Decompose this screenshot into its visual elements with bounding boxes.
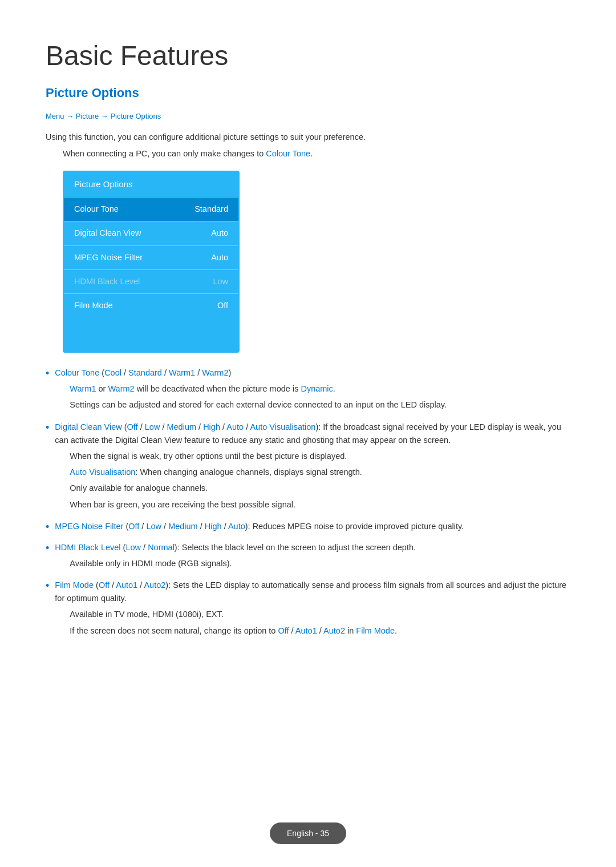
mpeg-link[interactable]: MPEG Noise Filter [55, 522, 123, 531]
picture-options-header: Picture Options [64, 172, 238, 197]
section-title: Picture Options [46, 83, 570, 103]
options-table-row[interactable]: Colour ToneStandard [64, 197, 238, 221]
hdmi-link[interactable]: HDMI Black Level [55, 543, 120, 552]
bullet-content-digital-clean-view: Digital Clean View (Off / Low / Medium /… [55, 421, 570, 514]
film-auto2-sub-link[interactable]: Auto2 [323, 626, 345, 635]
bullet-dot-3: • [46, 519, 49, 535]
bullet-content-colour-tone: Colour Tone (Cool / Standard / Warm1 / W… [55, 366, 570, 415]
bullet-dot-2: • [46, 420, 49, 436]
mpeg-off-link[interactable]: Off [128, 522, 139, 531]
warm2-sub-link[interactable]: Warm2 [108, 384, 134, 393]
hdmi-sub: Available only in HDMI mode (RGB signals… [70, 557, 570, 570]
dcv-off-link[interactable]: Off [127, 422, 138, 432]
film-mode-sub-link[interactable]: Film Mode [356, 626, 395, 635]
bullet-dot-4: • [46, 540, 49, 557]
standard-link[interactable]: Standard [128, 368, 162, 377]
dcv-medium-link[interactable]: Medium [167, 422, 196, 432]
film-off-sub-link[interactable]: Off [278, 626, 289, 635]
option-name: Film Mode [64, 293, 172, 317]
digital-clean-view-link[interactable]: Digital Clean View [55, 422, 121, 432]
dcv-auto-vis-link[interactable]: Auto Visualisation [250, 422, 315, 432]
film-off-link[interactable]: Off [99, 580, 110, 590]
bullet-section: • Colour Tone (Cool / Standard / Warm1 /… [46, 366, 570, 640]
bullet-content-hdmi: HDMI Black Level (Low / Normal): Selects… [55, 541, 570, 573]
picture-options-box: Picture Options Colour ToneStandardDigit… [63, 171, 240, 353]
bullet-item-digital-clean-view: • Digital Clean View (Off / Low / Medium… [46, 421, 570, 514]
bullet-dot-5: • [46, 578, 49, 594]
option-value: Standard [172, 197, 238, 221]
indent-note: When connecting a PC, you can only make … [63, 147, 570, 160]
option-value: Auto [172, 221, 238, 245]
film-auto2-link[interactable]: Auto2 [144, 580, 165, 590]
option-value: Off [172, 293, 238, 317]
film-auto1-sub-link[interactable]: Auto1 [295, 626, 317, 635]
cool-link[interactable]: Cool [104, 368, 121, 377]
auto-vis-sub-link[interactable]: Auto Visualisation [70, 467, 135, 477]
colour-tone-link[interactable]: Colour Tone [266, 149, 310, 158]
film-mode-sub: Available in TV mode, HDMI (1080i), EXT.… [70, 608, 570, 637]
breadcrumb: Menu → Picture → Picture Options [46, 111, 570, 123]
options-table: Colour ToneStandardDigital Clean ViewAut… [64, 197, 238, 317]
warm2-link[interactable]: Warm2 [202, 368, 228, 377]
hdmi-normal-link[interactable]: Normal [148, 543, 175, 552]
option-name: Digital Clean View [64, 221, 172, 245]
film-auto1-link[interactable]: Auto1 [116, 580, 137, 590]
colour-tone-sub: Warm1 or Warm2 will be deactivated when … [70, 382, 570, 412]
bullet-item-colour-tone: • Colour Tone (Cool / Standard / Warm1 /… [46, 366, 570, 415]
options-table-row[interactable]: Film ModeOff [64, 293, 238, 317]
mpeg-auto-link[interactable]: Auto [228, 522, 245, 531]
options-table-row[interactable]: Digital Clean ViewAuto [64, 221, 238, 245]
mpeg-medium-link[interactable]: Medium [168, 522, 198, 531]
warm1-link[interactable]: Warm1 [169, 368, 195, 377]
bullet-item-hdmi: • HDMI Black Level (Low / Normal): Selec… [46, 541, 570, 573]
mpeg-high-link[interactable]: High [205, 522, 222, 531]
option-value: Low [172, 269, 238, 293]
dcv-auto-link[interactable]: Auto [226, 422, 244, 432]
breadcrumb-text: Menu → Picture → Picture Options [46, 112, 161, 120]
bullet-content-film-mode: Film Mode (Off / Auto1 / Auto2): Sets th… [55, 579, 570, 640]
colour-tone-bullet-link[interactable]: Colour Tone [55, 368, 99, 377]
film-mode-link[interactable]: Film Mode [55, 580, 94, 590]
option-name: HDMI Black Level [64, 269, 172, 293]
bullet-dot: • [46, 365, 49, 382]
bullet-item-mpeg: • MPEG Noise Filter (Off / Low / Medium … [46, 520, 570, 535]
dcv-low-link[interactable]: Low [145, 422, 160, 432]
bullet-item-film-mode: • Film Mode (Off / Auto1 / Auto2): Sets … [46, 579, 570, 640]
page-title: Basic Features [46, 34, 570, 78]
bullet-content-mpeg: MPEG Noise Filter (Off / Low / Medium / … [55, 520, 570, 533]
digital-clean-view-sub: When the signal is weak, try other optio… [70, 450, 570, 511]
option-name: MPEG Noise Filter [64, 245, 172, 269]
mpeg-low-link[interactable]: Low [146, 522, 161, 531]
option-name: Colour Tone [64, 197, 172, 221]
footer: English - 35 [270, 822, 346, 844]
intro-text: Using this function, you can configure a… [46, 131, 570, 144]
dynamic-link[interactable]: Dynamic [301, 384, 333, 393]
dcv-high-link[interactable]: High [203, 422, 220, 432]
warm1-sub-link[interactable]: Warm1 [70, 384, 96, 393]
options-table-row[interactable]: HDMI Black LevelLow [64, 269, 238, 293]
option-value: Auto [172, 245, 238, 269]
options-table-row[interactable]: MPEG Noise FilterAuto [64, 245, 238, 269]
footer-text: English - 35 [287, 829, 329, 838]
hdmi-low-link[interactable]: Low [125, 543, 141, 552]
